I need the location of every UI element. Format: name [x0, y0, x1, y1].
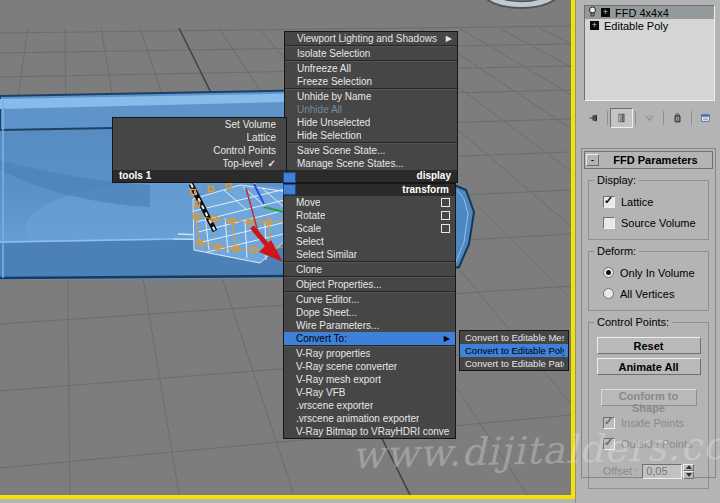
menu-item-wire-parameters[interactable]: Wire Parameters... — [284, 319, 455, 332]
menu-item-unhide-by-name[interactable]: Unhide by Name — [285, 90, 457, 103]
menu-item-v-ray-bitmap-to-vrayhdri-converter[interactable]: V-Ray Bitmap to VRayHDRI converter — [284, 425, 455, 438]
lightbulb-icon[interactable] — [587, 6, 598, 20]
menu-item-unhide-all[interactable]: Unhide All — [285, 103, 457, 116]
menu-item-set-volume[interactable]: Set Volume — [113, 118, 286, 131]
menu-item-label: .vrscene animation exporter — [296, 412, 419, 425]
modifier-stack-list[interactable]: +FFD 4x4x4+Editable Poly — [584, 5, 715, 101]
menu-item-label: Clone — [296, 263, 322, 276]
menu-item-convert-to-editable-mesh[interactable]: Convert to Editable Mesh — [460, 331, 568, 344]
quad-menu-transform: transform MoveRotateScaleSelectSelect Si… — [283, 183, 456, 439]
make-unique-icon[interactable] — [638, 108, 661, 128]
modifier-stack-row-ffd-4x4x4[interactable]: +FFD 4x4x4 — [585, 6, 714, 19]
display-group-label: Display: — [594, 174, 639, 186]
menu-item-vrscene-exporter[interactable]: .vrscene exporter — [284, 399, 455, 412]
menu-item-label: Rotate — [296, 209, 325, 222]
reset-button[interactable]: Reset — [597, 337, 701, 354]
menu-item-label: Unhide by Name — [297, 90, 371, 103]
menu-item-rotate[interactable]: Rotate — [284, 209, 455, 222]
offset-field[interactable]: 0,05 — [642, 464, 682, 479]
menu-item-convert-to-editable-poly[interactable]: Convert to Editable Poly — [460, 344, 568, 357]
menu-item-v-ray-scene-converter[interactable]: V-Ray scene converter — [284, 360, 455, 373]
menu-item-label: Control Points — [213, 144, 276, 157]
menu-item-hide-selection[interactable]: Hide Selection — [285, 129, 457, 142]
menu-item-label: Unfreeze All — [297, 62, 351, 75]
configure-modifier-sets-icon[interactable] — [694, 108, 717, 128]
menu-item-unfreeze-all[interactable]: Unfreeze All — [285, 62, 457, 75]
modifier-name: FFD 4x4x4 — [615, 7, 669, 19]
lattice-checkbox[interactable]: ✓ — [603, 196, 615, 208]
menu-item-label: Top-level — [223, 157, 263, 170]
menu-item-hide-unselected[interactable]: Hide Unselected — [285, 116, 457, 129]
menu-item-vrscene-animation-exporter[interactable]: .vrscene animation exporter — [284, 412, 455, 425]
quad-menu-display-title: display — [285, 170, 457, 182]
menu-item-viewport-lighting-and-shadows[interactable]: Viewport Lighting and Shadows▶ — [285, 32, 457, 45]
menu-item-convert-to-editable-patch[interactable]: Convert to Editable Patch — [460, 357, 568, 370]
menu-item-label: V-Ray VFB — [296, 386, 345, 399]
control-label: Inside Points — [621, 417, 684, 429]
lattice-checkbox[interactable]: ✓Lattice — [593, 191, 704, 212]
menu-item-label: Viewport Lighting and Shadows — [297, 32, 437, 45]
menu-item-lattice[interactable]: Lattice — [113, 131, 286, 144]
spinner-up-icon[interactable] — [683, 464, 694, 472]
spinner-down-icon[interactable] — [683, 471, 694, 479]
menu-item-v-ray-vfb[interactable]: V-Ray VFB — [284, 386, 455, 399]
menu-item-select-similar[interactable]: Select Similar — [284, 248, 455, 261]
menu-item-save-scene-state[interactable]: Save Scene State... — [285, 144, 457, 157]
menu-item-label: Manage Scene States... — [297, 157, 404, 170]
menu-item-dope-sheet[interactable]: Dope Sheet... — [284, 306, 455, 319]
menu-item-freeze-selection[interactable]: Freeze Selection — [285, 75, 457, 88]
menu-item-object-properties[interactable]: Object Properties... — [284, 278, 455, 291]
expand-plus-icon[interactable]: + — [590, 21, 599, 30]
toolbar-separator — [607, 111, 608, 125]
source-volume-checkbox[interactable]: Source Volume — [593, 212, 704, 233]
menu-item-move[interactable]: Move — [284, 196, 455, 209]
menu-item-manage-scene-states[interactable]: Manage Scene States... — [285, 157, 457, 170]
quad-menu-display: Viewport Lighting and Shadows▶Isolate Se… — [284, 31, 458, 183]
only-in-volume-radio[interactable]: Only In Volume — [593, 262, 704, 283]
menu-item-convert-to[interactable]: Convert To:▶ — [284, 332, 455, 345]
animate-all-button[interactable]: Animate All — [597, 358, 701, 375]
inside-points-checkbox-row[interactable]: ✓Inside Points — [593, 412, 704, 433]
menu-item-scale[interactable]: Scale — [284, 222, 455, 235]
outside-points-checkbox-row[interactable]: ✓Outside Points — [593, 433, 704, 454]
control-label: Lattice — [621, 196, 653, 208]
modifier-stack-toolbar — [582, 106, 717, 130]
conform-to-shape-button[interactable]: Conform to Shape — [601, 389, 697, 406]
offset-spinner[interactable] — [683, 464, 694, 479]
source-volume-checkbox[interactable] — [603, 217, 615, 229]
modifier-stack-row-editable-poly[interactable]: +Editable Poly — [585, 19, 714, 32]
settings-box-icon[interactable] — [441, 198, 450, 207]
rollout-collapse-button[interactable]: - — [586, 154, 599, 166]
menu-item-label: V-Ray scene converter — [296, 360, 397, 373]
menu-item-label: Select Similar — [296, 248, 357, 261]
remove-modifier-icon[interactable] — [666, 108, 689, 128]
rollout-title-bar[interactable]: - FFD Parameters — [584, 151, 713, 169]
show-end-result-icon[interactable] — [610, 108, 633, 128]
menu-item-label: Move — [296, 196, 320, 209]
menu-item-label: V-Ray properties — [296, 347, 370, 360]
command-panel: +FFD 4x4x4+Editable Poly - FFD Parameter… — [575, 0, 720, 503]
all-vertices-radio[interactable] — [603, 288, 614, 299]
menu-item-label: Object Properties... — [296, 278, 382, 291]
menu-item-top-level[interactable]: Top-level✓ — [113, 157, 286, 170]
convert-to-submenu: Convert to Editable MeshConvert to Edita… — [459, 330, 569, 371]
expand-plus-icon[interactable]: + — [601, 8, 610, 17]
menu-item-isolate-selection[interactable]: Isolate Selection — [285, 47, 457, 60]
all-vertices-radio[interactable]: All Vertices — [593, 283, 704, 304]
only-in-volume-radio[interactable] — [603, 267, 614, 278]
menu-item-curve-editor[interactable]: Curve Editor... — [284, 293, 455, 306]
settings-box-icon[interactable] — [441, 224, 450, 233]
outside-points-checkbox[interactable]: ✓ — [603, 438, 615, 450]
control-label: Outside Points — [621, 438, 693, 450]
menu-item-control-points[interactable]: Control Points — [113, 144, 286, 157]
inside-points-checkbox[interactable]: ✓ — [603, 417, 615, 429]
menu-item-clone[interactable]: Clone — [284, 263, 455, 276]
check-icon: ✓ — [604, 194, 613, 207]
menu-item-select[interactable]: Select — [284, 235, 455, 248]
menu-item-v-ray-mesh-export[interactable]: V-Ray mesh export — [284, 373, 455, 386]
offset-label: Offset : — [603, 465, 638, 477]
settings-box-icon[interactable] — [441, 211, 450, 220]
menu-item-v-ray-properties[interactable]: V-Ray properties — [284, 347, 455, 360]
pin-stack-icon[interactable] — [582, 108, 605, 128]
menu-item-label: Freeze Selection — [297, 75, 372, 88]
